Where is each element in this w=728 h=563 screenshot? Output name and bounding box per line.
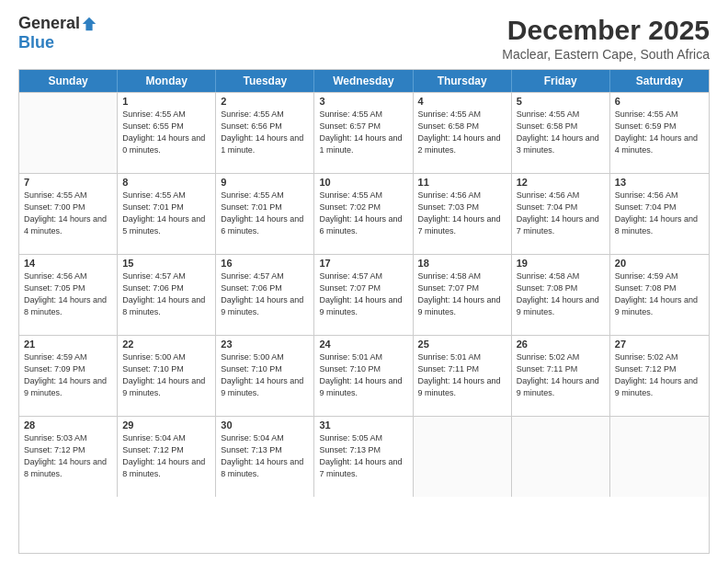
- day-number: 31: [319, 419, 407, 431]
- cell-info: Sunrise: 5:04 AMSunset: 7:12 PMDaylight:…: [122, 432, 210, 480]
- weekday-header-thursday: Thursday: [414, 70, 512, 92]
- cell-info: Sunrise: 5:04 AMSunset: 7:13 PMDaylight:…: [221, 432, 309, 480]
- day-number: 29: [122, 419, 210, 431]
- calendar-week-5: 28Sunrise: 5:03 AMSunset: 7:12 PMDayligh…: [19, 416, 709, 497]
- weekday-header-sunday: Sunday: [19, 70, 118, 92]
- calendar-week-1: 1Sunrise: 4:55 AMSunset: 6:55 PMDaylight…: [19, 92, 709, 173]
- day-number: 25: [418, 339, 506, 350]
- day-number: 26: [517, 339, 605, 350]
- weekday-header-wednesday: Wednesday: [314, 70, 413, 92]
- calendar-cell: 22Sunrise: 5:00 AMSunset: 7:10 PMDayligh…: [118, 336, 216, 416]
- calendar-header: SundayMondayTuesdayWednesdayThursdayFrid…: [19, 70, 709, 92]
- day-number: 23: [221, 339, 309, 350]
- day-number: 4: [418, 96, 506, 107]
- calendar-cell: 5Sunrise: 4:55 AMSunset: 6:58 PMDaylight…: [512, 93, 610, 173]
- day-number: 17: [319, 258, 407, 269]
- calendar-cell: 12Sunrise: 4:56 AMSunset: 7:04 PMDayligh…: [512, 174, 610, 254]
- calendar-cell: 20Sunrise: 4:59 AMSunset: 7:08 PMDayligh…: [610, 255, 709, 335]
- weekday-header-friday: Friday: [512, 70, 610, 92]
- calendar-cell: 13Sunrise: 4:56 AMSunset: 7:04 PMDayligh…: [610, 174, 709, 254]
- calendar-cell: 27Sunrise: 5:02 AMSunset: 7:12 PMDayligh…: [610, 336, 709, 416]
- calendar-cell: 11Sunrise: 4:56 AMSunset: 7:03 PMDayligh…: [414, 174, 512, 254]
- calendar-cell: 25Sunrise: 5:01 AMSunset: 7:11 PMDayligh…: [414, 336, 512, 416]
- subtitle: Maclear, Eastern Cape, South Africa: [502, 47, 710, 62]
- day-number: 1: [122, 96, 210, 107]
- calendar-cell: 17Sunrise: 4:57 AMSunset: 7:07 PMDayligh…: [314, 255, 413, 335]
- day-number: 18: [418, 258, 506, 269]
- cell-info: Sunrise: 5:03 AMSunset: 7:12 PMDaylight:…: [24, 432, 112, 480]
- calendar-cell: 16Sunrise: 4:57 AMSunset: 7:06 PMDayligh…: [216, 255, 314, 335]
- cell-info: Sunrise: 4:55 AMSunset: 7:01 PMDaylight:…: [221, 190, 309, 237]
- cell-info: Sunrise: 5:05 AMSunset: 7:13 PMDaylight:…: [319, 432, 407, 480]
- cell-info: Sunrise: 4:59 AMSunset: 7:08 PMDaylight:…: [615, 270, 704, 318]
- calendar-cell: 19Sunrise: 4:58 AMSunset: 7:08 PMDayligh…: [512, 255, 610, 335]
- main-title: December 2025: [502, 15, 710, 45]
- calendar-cell: 26Sunrise: 5:02 AMSunset: 7:11 PMDayligh…: [512, 336, 610, 416]
- cell-info: Sunrise: 4:56 AMSunset: 7:04 PMDaylight:…: [517, 190, 605, 237]
- day-number: 20: [615, 258, 704, 269]
- page-header: General Blue December 2025 Maclear, East…: [18, 15, 710, 62]
- calendar-week-3: 14Sunrise: 4:56 AMSunset: 7:05 PMDayligh…: [19, 254, 709, 335]
- calendar-cell: 29Sunrise: 5:04 AMSunset: 7:12 PMDayligh…: [118, 417, 216, 497]
- title-area: December 2025 Maclear, Eastern Cape, Sou…: [502, 15, 710, 62]
- cell-info: Sunrise: 4:56 AMSunset: 7:05 PMDaylight:…: [24, 270, 112, 318]
- calendar-week-4: 21Sunrise: 4:59 AMSunset: 7:09 PMDayligh…: [19, 335, 709, 416]
- calendar-cell: 10Sunrise: 4:55 AMSunset: 7:02 PMDayligh…: [314, 174, 413, 254]
- cell-info: Sunrise: 4:57 AMSunset: 7:07 PMDaylight:…: [319, 270, 407, 318]
- calendar-cell: [512, 417, 610, 497]
- day-number: 15: [122, 258, 210, 269]
- day-number: 6: [615, 96, 704, 107]
- day-number: 14: [24, 258, 112, 269]
- day-number: 21: [24, 339, 112, 350]
- cell-info: Sunrise: 4:56 AMSunset: 7:04 PMDaylight:…: [615, 190, 704, 237]
- calendar-cell: 18Sunrise: 4:58 AMSunset: 7:07 PMDayligh…: [414, 255, 512, 335]
- calendar-cell: 7Sunrise: 4:55 AMSunset: 7:00 PMDaylight…: [19, 174, 118, 254]
- calendar-cell: 31Sunrise: 5:05 AMSunset: 7:13 PMDayligh…: [314, 417, 413, 497]
- day-number: 22: [122, 339, 210, 350]
- cell-info: Sunrise: 5:02 AMSunset: 7:11 PMDaylight:…: [517, 351, 605, 399]
- cell-info: Sunrise: 5:00 AMSunset: 7:10 PMDaylight:…: [221, 351, 309, 399]
- cell-info: Sunrise: 4:56 AMSunset: 7:03 PMDaylight:…: [418, 190, 506, 237]
- cell-info: Sunrise: 4:58 AMSunset: 7:08 PMDaylight:…: [517, 270, 605, 318]
- calendar-cell: 21Sunrise: 4:59 AMSunset: 7:09 PMDayligh…: [19, 336, 118, 416]
- calendar-cell: 1Sunrise: 4:55 AMSunset: 6:55 PMDaylight…: [118, 93, 216, 173]
- calendar-cell: 8Sunrise: 4:55 AMSunset: 7:01 PMDaylight…: [118, 174, 216, 254]
- calendar-cell: [610, 417, 709, 497]
- day-number: 30: [221, 419, 309, 431]
- day-number: 5: [517, 96, 605, 107]
- day-number: 8: [122, 177, 210, 188]
- day-number: 24: [319, 339, 407, 350]
- calendar-body: 1Sunrise: 4:55 AMSunset: 6:55 PMDaylight…: [19, 92, 709, 497]
- calendar-cell: 9Sunrise: 4:55 AMSunset: 7:01 PMDaylight…: [216, 174, 314, 254]
- cell-info: Sunrise: 5:00 AMSunset: 7:10 PMDaylight:…: [122, 351, 210, 399]
- calendar-cell: 4Sunrise: 4:55 AMSunset: 6:58 PMDaylight…: [414, 93, 512, 173]
- logo-icon: [81, 16, 97, 32]
- day-number: 16: [221, 258, 309, 269]
- logo-blue-text: Blue: [18, 33, 54, 52]
- cell-info: Sunrise: 4:55 AMSunset: 6:58 PMDaylight:…: [517, 109, 605, 156]
- day-number: 19: [517, 258, 605, 269]
- day-number: 13: [615, 177, 704, 188]
- calendar-week-2: 7Sunrise: 4:55 AMSunset: 7:00 PMDaylight…: [19, 173, 709, 254]
- cell-info: Sunrise: 4:57 AMSunset: 7:06 PMDaylight:…: [221, 270, 309, 318]
- cell-info: Sunrise: 4:55 AMSunset: 7:02 PMDaylight:…: [319, 190, 407, 237]
- cell-info: Sunrise: 4:55 AMSunset: 6:56 PMDaylight:…: [221, 109, 309, 156]
- day-number: 9: [221, 177, 309, 188]
- cell-info: Sunrise: 4:59 AMSunset: 7:09 PMDaylight:…: [24, 351, 112, 399]
- day-number: 7: [24, 177, 112, 188]
- day-number: 27: [615, 339, 704, 350]
- cell-info: Sunrise: 4:55 AMSunset: 6:59 PMDaylight:…: [615, 109, 704, 156]
- weekday-header-tuesday: Tuesday: [216, 70, 314, 92]
- day-number: 11: [418, 177, 506, 188]
- calendar-cell: [414, 417, 512, 497]
- calendar-cell: 14Sunrise: 4:56 AMSunset: 7:05 PMDayligh…: [19, 255, 118, 335]
- day-number: 2: [221, 96, 309, 107]
- calendar-cell: 6Sunrise: 4:55 AMSunset: 6:59 PMDaylight…: [610, 93, 709, 173]
- calendar-cell: 24Sunrise: 5:01 AMSunset: 7:10 PMDayligh…: [314, 336, 413, 416]
- weekday-header-monday: Monday: [118, 70, 216, 92]
- cell-info: Sunrise: 4:57 AMSunset: 7:06 PMDaylight:…: [122, 270, 210, 318]
- cell-info: Sunrise: 4:55 AMSunset: 6:55 PMDaylight:…: [122, 109, 210, 156]
- day-number: 3: [319, 96, 407, 107]
- calendar-cell: 28Sunrise: 5:03 AMSunset: 7:12 PMDayligh…: [19, 417, 118, 497]
- cell-info: Sunrise: 4:55 AMSunset: 7:01 PMDaylight:…: [122, 190, 210, 237]
